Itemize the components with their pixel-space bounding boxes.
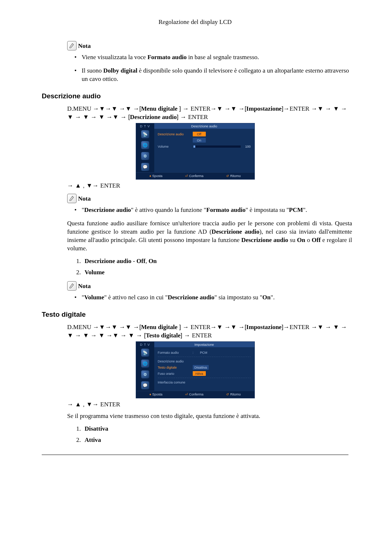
footer-confirm: Conferma [189, 174, 204, 178]
text: ". [303, 206, 307, 213]
globe-icon: 🌐 [141, 360, 149, 368]
text-bold: Descrizione audio [85, 258, 131, 264]
text-bold: Off [136, 258, 146, 264]
text-bold: Menu digitale [141, 324, 178, 331]
note-icon [67, 281, 77, 291]
text: ENTER [100, 401, 120, 408]
osd-row-label: Formato audio [158, 350, 191, 355]
section-heading-descrizione-audio: Descrizione audio [42, 91, 352, 101]
note-bullet-list: "Descrizione audio" è attivo quando la f… [74, 206, 352, 214]
osd-row-label: Fuso orario [158, 372, 191, 376]
osd-tab-dtv: D T V [136, 342, 154, 347]
arrow: → ▲ , ▼→ [67, 401, 100, 408]
arrow: ]→ [282, 105, 290, 112]
osd-main-panel: Descrizione audio Off On Volume 100 [154, 129, 254, 172]
text: su [288, 237, 297, 243]
list-item: Volume [82, 268, 352, 277]
arrow: →▼→▼ →▼ →[ [93, 324, 141, 331]
text-bold: Dolby digital [103, 67, 138, 74]
move-icon: ♦ [150, 174, 151, 178]
post-path: → ▲ , ▼→ ENTER [67, 401, 352, 409]
osd-option: Disattiva [193, 365, 209, 370]
language-icon: 💬 [141, 163, 149, 171]
text-bold: Menu digitale [141, 105, 178, 112]
text: ENTER [100, 182, 120, 189]
text: " è attivo quando la funzione " [131, 206, 206, 213]
paragraph: Questa funzione audio ausiliare fornisce… [67, 219, 352, 253]
footer-return: Ritorno [230, 392, 241, 397]
bullet-item: Il suono Dolby digital è disponibile sol… [74, 67, 352, 83]
osd-sidebar: 📡 🌐 ⚙ 💬 [136, 129, 154, 172]
note-label: Nota [78, 282, 91, 291]
enter-icon: ⏎ [185, 174, 188, 178]
arrow: →▼ →▼ →[ [211, 105, 246, 112]
osd-row-label: Testo digitale [158, 365, 191, 370]
note-icon [67, 41, 77, 50]
osd-row-label: Descrizione audio [158, 132, 191, 136]
osd-row-label: Volume [158, 144, 191, 149]
note-icon [67, 194, 77, 203]
text-bold: Volume [84, 294, 104, 301]
text: ENTER [191, 105, 211, 112]
text-bold: Formato audio [206, 206, 245, 213]
text: " è attivo nel caso in cui " [104, 294, 168, 301]
bullet-item: Viene visualizzata la voce Formato audio… [74, 53, 352, 62]
osd-option: On [193, 138, 206, 143]
gear-icon: ⚙ [141, 152, 149, 160]
text-bold: On [148, 258, 157, 264]
text: " è impostata su " [245, 206, 289, 213]
text: , [146, 258, 149, 264]
paragraph: Se il programma viene trasmesso con test… [67, 412, 352, 420]
globe-icon: 🌐 [141, 141, 149, 149]
text: " [82, 294, 84, 301]
enter-icon: ⏎ [185, 392, 188, 397]
text-bold: Descrizione audio [130, 114, 177, 120]
osd-tab-dtv: D T V [136, 123, 154, 129]
list-item: Attiva [82, 436, 352, 444]
nav-path: D.MENU →▼→▼ →▼ →[Menu digitale ] → ENTER… [67, 323, 352, 340]
text: o [305, 237, 312, 243]
text-bold: Descrizione audio [241, 237, 288, 243]
gear-icon: ⚙ [141, 370, 149, 378]
osd-screenshot-descrizione-audio: D T V Descrizione audio 📡 🌐 ⚙ 💬 Descrizi… [136, 123, 255, 180]
text: " sia impostato su " [215, 294, 262, 301]
text-bold: Descrizione audio [84, 206, 131, 213]
osd-footer: ♦Sposta ⏎Conferma ↺Ritorno [136, 172, 254, 179]
osd-sidebar: 📡 🌐 ⚙ 💬 [136, 347, 154, 391]
text-bold: On [262, 294, 271, 301]
text: ENTER [290, 105, 310, 112]
move-icon: ♦ [150, 392, 151, 397]
text: Viene visualizzata la voce [82, 54, 147, 61]
osd-volume-value: 100 [245, 144, 250, 149]
osd-volume-slider [193, 145, 241, 148]
text: D.MENU [67, 105, 91, 112]
note-bullet-list: "Volume" è attivo nel caso in cui "Descr… [74, 294, 352, 302]
text: ENTER [191, 324, 211, 331]
text-bold: On [297, 237, 305, 243]
text-bold: Volume [85, 269, 105, 276]
text: Il suono [82, 67, 103, 74]
note-block: Nota [67, 41, 352, 50]
numbered-list: Disattiva Attiva [74, 425, 352, 444]
satellite-icon: 📡 [141, 349, 149, 357]
osd-row-label: Interfaccia comune [158, 380, 191, 385]
text-bold: Descrizione audio [212, 228, 260, 235]
osd-main-panel: Formato audio: PCM Descrizione audio Tes… [154, 347, 254, 391]
return-icon: ↺ [226, 174, 229, 178]
text-bold: Formato audio [147, 54, 187, 61]
arrow: →▼→▼ →▼ →[ [93, 105, 141, 112]
footer-move: Sposta [152, 392, 162, 397]
text: ENTER [188, 114, 208, 120]
nav-path: D.MENU →▼→▼ →▼ →[Menu digitale ] → ENTER… [67, 105, 352, 122]
page-header: Regolazione del display LCD [38, 18, 352, 26]
text-bold: PCM [289, 206, 303, 213]
page-footer-rule [42, 455, 348, 455]
osd-option-selected: Attiva [193, 371, 206, 376]
note-label: Nota [78, 195, 91, 203]
note-block: Nota [67, 194, 352, 203]
bullet-item: "Volume" è attivo nel caso in cui "Descr… [74, 294, 352, 302]
text-bold: Off [312, 237, 321, 243]
note-label: Nota [78, 42, 91, 50]
text-bold: Attiva [85, 436, 101, 443]
footer-move: Sposta [152, 174, 162, 178]
